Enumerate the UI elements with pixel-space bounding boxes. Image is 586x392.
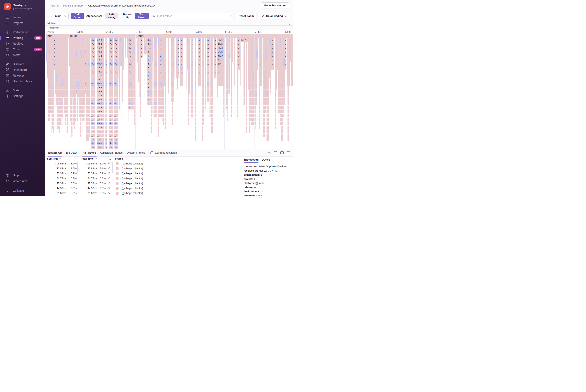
flame-frame[interactable]	[244, 38, 245, 106]
flame-frame[interactable]: 0…	[91, 82, 95, 86]
flame-frame[interactable]: r…	[91, 66, 95, 70]
flame-frame[interactable]: …	[154, 70, 157, 74]
flame-frame[interactable]: re…k	[97, 106, 104, 110]
flame-frame[interactable]: re…e	[97, 70, 104, 74]
flame-frame[interactable]: r…	[109, 146, 113, 149]
flame-frame[interactable]	[187, 38, 187, 90]
flame-frame[interactable]	[149, 38, 149, 58]
flame-frame[interactable]: …	[154, 90, 157, 94]
expand-chevron-icon[interactable]: ›	[120, 172, 121, 174]
flame-frame[interactable]: …	[214, 50, 216, 54]
flame-frame[interactable]: 0b…>	[97, 102, 104, 106]
flame-frame[interactable]: …	[198, 74, 201, 78]
flame-frame[interactable]: _…	[109, 94, 113, 98]
flame-frame[interactable]	[205, 38, 206, 90]
flame-frame[interactable]: …	[154, 106, 157, 110]
flame-frame[interactable]	[142, 38, 143, 58]
flamegraph[interactable]: (root)(root)(root)p…sr…s……………………………………p……	[45, 34, 293, 149]
sort-call-order-button[interactable]: Call Order	[71, 12, 84, 19]
flame-frame[interactable]: …	[154, 66, 157, 70]
sidebar-item-profiling[interactable]: Profiling beta	[0, 35, 45, 41]
sidebar-item-user-feedback[interactable]: User Feedback	[0, 78, 45, 84]
flame-frame[interactable]: …	[214, 54, 216, 58]
flame-frame[interactable]	[54, 38, 55, 113]
flame-frame[interactable]: _…	[91, 74, 95, 78]
flame-frame[interactable]	[138, 38, 139, 82]
go-to-transaction-button[interactable]: Go to Transaction	[261, 2, 289, 8]
flame-frame[interactable]: _…	[114, 58, 118, 62]
flame-frame[interactable]	[80, 38, 81, 70]
flame-frame[interactable]: _…	[91, 114, 95, 118]
flame-frame[interactable]	[232, 38, 232, 125]
flame-frame[interactable]	[273, 38, 274, 66]
frame-settings-gear-icon[interactable]: ⚙	[108, 167, 111, 170]
flame-frame[interactable]: (root)	[46, 34, 69, 38]
flame-frame[interactable]: _l…e	[97, 94, 104, 98]
flame-frame[interactable]: …	[198, 78, 201, 82]
flame-frame[interactable]: …	[207, 62, 209, 66]
flame-frame[interactable]: …	[154, 110, 157, 113]
flame-frame[interactable]	[288, 38, 289, 141]
flame-frame[interactable]: r…	[109, 126, 113, 129]
flame-frame[interactable]	[291, 38, 293, 86]
flame-frame[interactable]: …	[214, 42, 216, 46]
flame-frame[interactable]: _…	[109, 138, 113, 141]
flame-frame[interactable]: …	[191, 106, 193, 110]
flame-frame[interactable]	[76, 38, 77, 78]
flame-frame[interactable]: 0…	[109, 102, 113, 106]
flame-frame[interactable]	[88, 130, 89, 133]
flame-frame[interactable]: …	[207, 66, 209, 70]
flame-frame[interactable]	[61, 38, 61, 94]
flame-frame[interactable]	[136, 38, 137, 86]
find-frames-search[interactable]: i	[151, 12, 234, 19]
direction-top-down-button[interactable]: Top Down	[135, 12, 149, 19]
flame-frame[interactable]	[213, 38, 213, 42]
flame-frame[interactable]	[231, 38, 231, 121]
flame-frame[interactable]: …	[159, 110, 163, 113]
minimap-row[interactable]: Minimap	[45, 21, 293, 26]
expand-chevron-icon[interactable]: ›	[120, 177, 121, 180]
flame-frame[interactable]	[155, 38, 155, 121]
flame-frame[interactable]: …	[207, 58, 209, 62]
flame-frame[interactable]: r…	[114, 50, 118, 54]
flame-frame[interactable]: …	[154, 114, 157, 118]
flame-frame[interactable]	[191, 38, 192, 102]
flame-frame[interactable]	[176, 58, 177, 66]
flame-frame[interactable]: _…	[91, 94, 95, 98]
table-row[interactable]: 73.33ms 0.9% 73.33ms 0.9% ⚙ › (garbage c…	[45, 171, 241, 176]
expand-chevron-icon[interactable]: ›	[120, 162, 121, 165]
flame-frame[interactable]: re…k	[97, 66, 104, 70]
flame-frame[interactable]: 0b…>	[97, 122, 104, 125]
flame-frame[interactable]	[128, 38, 129, 121]
flame-frame[interactable]: r…	[109, 66, 113, 70]
sidebar-item-help[interactable]: Help	[0, 172, 45, 178]
flame-frame[interactable]	[202, 78, 202, 86]
sidebar-item-releases[interactable]: Releases	[0, 73, 45, 78]
flame-frame[interactable]: r…	[109, 42, 113, 46]
flame-frame[interactable]: re…k	[97, 146, 104, 149]
flame-frame[interactable]: …	[154, 98, 157, 102]
flame-frame[interactable]: …	[207, 94, 209, 98]
flame-frame[interactable]	[48, 102, 48, 106]
flame-frame[interactable]	[263, 38, 265, 137]
flame-frame[interactable]: r…	[114, 126, 118, 129]
flame-frame[interactable]: …	[159, 94, 163, 98]
flame-frame[interactable]: …	[207, 98, 209, 102]
flame-frame[interactable]: r…	[114, 86, 118, 90]
color-coding-button[interactable]: Color Coding	[259, 12, 289, 19]
flame-frame[interactable]	[226, 38, 227, 78]
flame-frame[interactable]	[256, 94, 257, 98]
sidebar-item-replays[interactable]: Replays	[0, 41, 45, 46]
flame-frame[interactable]	[57, 38, 59, 90]
flame-frame[interactable]	[122, 38, 122, 121]
flame-frame[interactable]: …	[198, 82, 201, 86]
flame-frame[interactable]	[52, 86, 53, 90]
flame-frame[interactable]: …	[207, 50, 209, 54]
flame-frame[interactable]: 0b…>	[97, 62, 104, 66]
flame-frame[interactable]: r…	[91, 146, 95, 149]
flame-frame[interactable]: re…e	[97, 130, 104, 133]
flame-frame[interactable]	[132, 38, 132, 106]
flame-frame[interactable]	[120, 38, 121, 42]
flame-frame[interactable]: r…	[109, 50, 113, 54]
flame-frame[interactable]: _…	[109, 74, 113, 78]
